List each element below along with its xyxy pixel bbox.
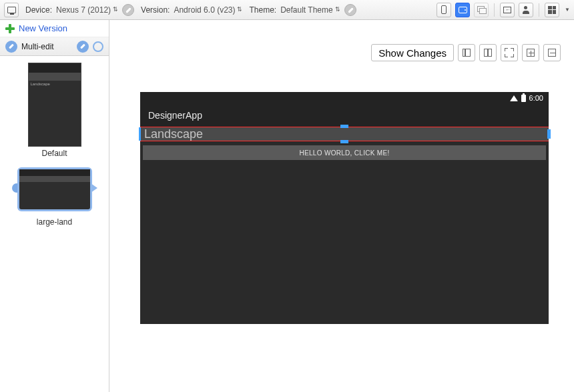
handle-right-icon[interactable] xyxy=(91,183,97,193)
preview-button[interactable]: HELLO WORLD, CLICK ME! xyxy=(143,145,546,160)
device-edit-icon[interactable] xyxy=(122,4,134,16)
show-changes-button[interactable]: Show Changes xyxy=(371,44,454,61)
canvas-area: Show Changes 6:00 DesignerApp Landscape xyxy=(109,20,574,392)
app-bar: DesignerApp xyxy=(140,104,549,127)
status-clock: 6:00 xyxy=(529,94,543,102)
fit-window-button[interactable] xyxy=(501,44,518,61)
selection-handle-left[interactable] xyxy=(139,127,141,141)
pencil-icon-2[interactable] xyxy=(77,41,89,53)
layers-button[interactable] xyxy=(474,3,489,17)
pencil-icon[interactable] xyxy=(5,41,17,53)
theme-edit-icon[interactable] xyxy=(344,4,356,16)
device-label: Device: xyxy=(25,5,52,15)
view-mode-button[interactable] xyxy=(4,3,19,17)
version-label: Version: xyxy=(141,5,170,15)
selection-handle-bottom[interactable] xyxy=(340,140,348,143)
tablet-icon xyxy=(459,7,467,13)
dropdown-icon: ⇅ xyxy=(237,7,242,13)
body-area: New Version Multi-edit Landscape Default xyxy=(0,20,574,392)
selected-textview[interactable]: Landscape xyxy=(140,127,549,141)
thumbnail-landscape xyxy=(17,167,92,211)
thumbnail-label: Default xyxy=(41,149,67,158)
accessibility-button[interactable] xyxy=(500,3,515,17)
person-icon xyxy=(523,6,529,14)
thumbnail-portrait: Landscape xyxy=(28,63,81,147)
battery-icon xyxy=(521,95,526,102)
layers-icon xyxy=(477,6,485,14)
orientation-portrait-button[interactable] xyxy=(437,3,451,17)
zoom-in-button[interactable] xyxy=(522,44,539,61)
device-preview: 6:00 DesignerApp Landscape HELLO WORLD, … xyxy=(140,92,549,324)
user-button[interactable] xyxy=(519,3,533,17)
dropdown-icon: ⇅ xyxy=(335,7,340,13)
align-center-button[interactable] xyxy=(479,44,497,61)
dropdown-icon: ⇅ xyxy=(113,7,118,13)
theme-selector[interactable]: Default Theme⇅ xyxy=(280,5,340,15)
variant-default[interactable]: Landscape Default xyxy=(28,63,81,158)
grid-icon xyxy=(548,6,556,14)
device-selector[interactable]: Nexus 7 (2012)⇅ xyxy=(56,5,118,15)
new-version-button[interactable]: New Version xyxy=(0,20,109,37)
plus-icon xyxy=(5,24,15,33)
selection-handle-top[interactable] xyxy=(340,125,348,128)
app-title: DesignerApp xyxy=(148,110,202,121)
ring-icon[interactable] xyxy=(93,41,103,52)
orientation-landscape-button[interactable] xyxy=(455,3,470,17)
sidebar: New Version Multi-edit Landscape Default xyxy=(0,20,109,392)
monitor-icon xyxy=(7,7,16,13)
wifi-icon xyxy=(510,95,518,101)
align-left-button[interactable] xyxy=(458,44,475,61)
phone-icon xyxy=(441,5,447,14)
variant-large-land[interactable]: large-land xyxy=(13,163,96,227)
selection-handle-right[interactable] xyxy=(547,129,551,139)
variant-thumbnails: Landscape Default large-land xyxy=(0,56,109,233)
separator xyxy=(494,3,495,17)
top-toolbar: Device: Nexus 7 (2012)⇅ Version: Android… xyxy=(0,0,574,20)
new-version-label: New Version xyxy=(19,23,67,33)
zoom-out-button[interactable] xyxy=(543,44,561,61)
multi-edit-row: Multi-edit xyxy=(0,37,109,56)
status-bar: 6:00 xyxy=(140,92,549,104)
multi-edit-label: Multi-edit xyxy=(21,42,73,51)
access-icon xyxy=(503,7,511,13)
thumbnail-label: large-land xyxy=(37,217,72,227)
layout-grid-button[interactable] xyxy=(545,3,559,17)
dropdown-arrow-icon[interactable]: ▼ xyxy=(565,7,570,13)
selected-textview-wrap: Landscape xyxy=(140,127,549,141)
separator xyxy=(539,3,539,17)
canvas-toolbar: Show Changes xyxy=(371,44,561,61)
version-selector[interactable]: Android 6.0 (v23)⇅ xyxy=(174,5,242,15)
theme-label: Theme: xyxy=(249,5,276,15)
